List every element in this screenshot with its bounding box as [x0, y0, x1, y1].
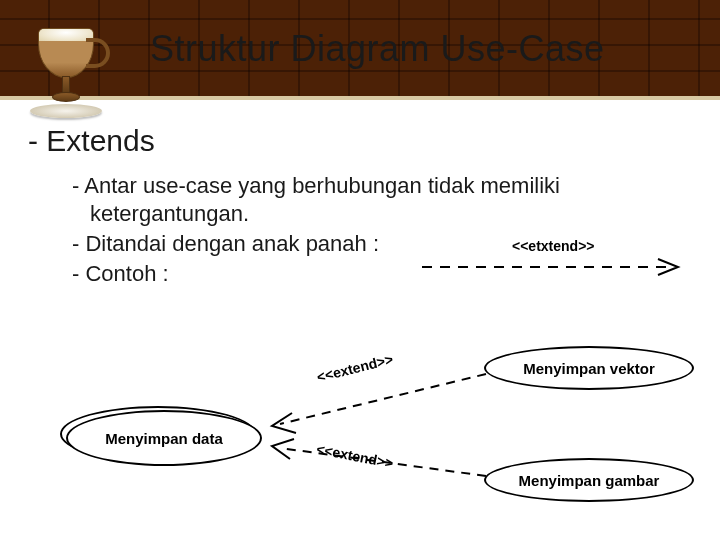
coffee-cup-icon — [24, 22, 110, 118]
svg-line-1 — [280, 374, 486, 424]
slide-header: Struktur Diagram Use-Case — [0, 0, 720, 100]
usecase-diagram: Menyimpan data Menyimpan vektor Menyimpa… — [0, 340, 720, 530]
slide-title: Struktur Diagram Use-Case — [150, 28, 605, 70]
dashed-arrow-icon — [420, 256, 690, 278]
bullet-item: Antar use-case yang berhubungan tidak me… — [72, 172, 692, 228]
section-heading: Extends — [28, 124, 692, 158]
inline-extend-arrow: <<etxtend>> — [420, 244, 690, 280]
stereotype-label: <<etxtend>> — [512, 238, 595, 254]
